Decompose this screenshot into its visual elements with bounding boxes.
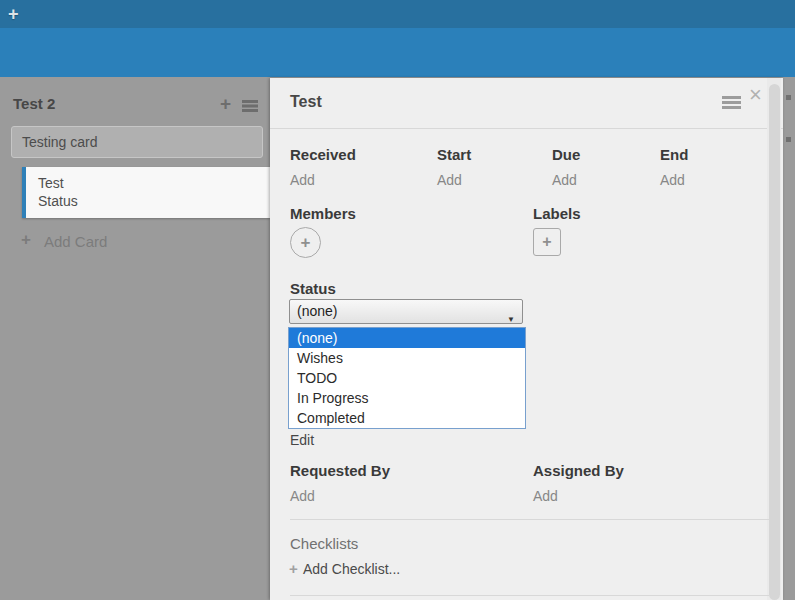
card-detail-panel: Test × Received Start Due End Add Add Ad…: [270, 78, 783, 600]
add-checklist-button[interactable]: Add Checklist...: [303, 561, 400, 577]
list-add-icon[interactable]: +: [220, 93, 231, 115]
card-detail-title[interactable]: Test: [290, 93, 322, 111]
header-divider: [270, 128, 783, 129]
start-label: Start: [437, 146, 471, 163]
section-divider: [290, 595, 769, 596]
top-navbar: +: [0, 0, 795, 28]
card-title: Testing card: [22, 134, 97, 150]
status-label: Status: [290, 280, 336, 297]
end-add-link[interactable]: Add: [660, 172, 685, 188]
card-testing-card[interactable]: Testing card: [11, 126, 263, 158]
status-option-completed[interactable]: Completed: [289, 408, 525, 428]
start-add-link[interactable]: Add: [437, 172, 462, 188]
assigned-by-add-link[interactable]: Add: [533, 488, 558, 504]
labels-label: Labels: [533, 205, 581, 222]
due-label: Due: [552, 146, 580, 163]
end-label: End: [660, 146, 688, 163]
status-edit-link[interactable]: Edit: [290, 432, 314, 448]
close-icon[interactable]: ×: [749, 82, 762, 108]
status-option-in-progress[interactable]: In Progress: [289, 388, 525, 408]
members-label: Members: [290, 205, 356, 222]
add-checklist-plus-icon[interactable]: +: [289, 560, 298, 577]
status-option-todo[interactable]: TODO: [289, 368, 525, 388]
status-selected-value: (none): [297, 303, 337, 319]
add-member-button[interactable]: +: [290, 227, 321, 258]
due-add-link[interactable]: Add: [552, 172, 577, 188]
requested-by-add-link[interactable]: Add: [290, 488, 315, 504]
requested-by-label: Requested By: [290, 462, 390, 479]
status-option-wishes[interactable]: Wishes: [289, 348, 525, 368]
card-test-status[interactable]: Test Status: [22, 167, 270, 218]
status-select[interactable]: (none) ▼: [289, 299, 523, 324]
add-board-icon[interactable]: +: [8, 4, 19, 25]
card-menu-icon[interactable]: [722, 96, 741, 99]
status-dropdown-list: (none) Wishes TODO In Progress Completed: [288, 327, 526, 429]
panel-scrollbar-thumb[interactable]: [769, 84, 780, 600]
add-card-button[interactable]: Add Card: [44, 233, 107, 250]
received-label: Received: [290, 146, 356, 163]
hidden-list-icon-fragment: [786, 95, 791, 100]
hidden-list-icon-fragment: [786, 137, 791, 142]
list-menu-icon[interactable]: [242, 100, 258, 103]
board-header-bar: [0, 28, 795, 77]
card-title-line: Test: [38, 174, 270, 192]
section-divider: [290, 519, 769, 520]
status-option-none[interactable]: (none): [289, 328, 525, 348]
add-label-button[interactable]: +: [533, 228, 561, 256]
checklists-heading: Checklists: [290, 535, 358, 552]
assigned-by-label: Assigned By: [533, 462, 624, 479]
add-card-plus-icon[interactable]: +: [21, 230, 31, 250]
received-add-link[interactable]: Add: [290, 172, 315, 188]
card-title-line: Status: [38, 192, 270, 210]
list-title[interactable]: Test 2: [13, 95, 55, 112]
